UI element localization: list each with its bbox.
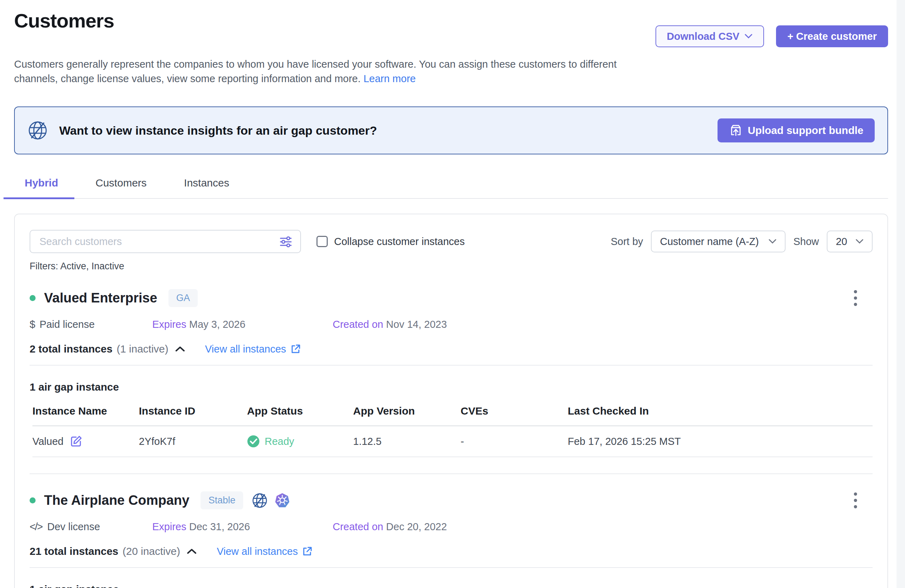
sort-by-value: Customer name (A-Z)	[660, 236, 759, 248]
page-header: Customers Download CSV + Create customer	[14, 9, 897, 47]
external-link-icon	[291, 344, 301, 354]
app-status-cell: Ready	[247, 435, 353, 448]
active-status-dot	[30, 497, 36, 504]
instances-table-body: Valued 2YfoK7f Ready 1.12.5	[32, 426, 873, 457]
instance-id-cell: 2YfoK7f	[139, 436, 247, 447]
learn-more-link[interactable]: Learn more	[364, 73, 416, 84]
created-pair: Created on Nov 14, 2023	[333, 319, 513, 330]
controls-row: Collapse customer instances Sort by Cust…	[30, 230, 873, 253]
license-type: </> Dev license	[30, 521, 152, 532]
expires-pair: Expires Dec 31, 2026	[152, 521, 333, 532]
col-cves: CVEs	[460, 405, 568, 426]
last-checked-in-cell: Feb 17, 2026 15:25 MST	[568, 436, 873, 447]
search-wrap	[30, 230, 301, 253]
created-on-label: Created on	[333, 319, 383, 330]
right-gutter	[897, 0, 905, 588]
col-app-status: App Status	[247, 405, 353, 426]
customer-card-valued-enterprise: Valued Enterprise GA $ Paid license Expi…	[30, 272, 873, 474]
upload-support-bundle-button[interactable]: Upload support bundle	[718, 118, 875, 142]
expires-pair: Expires May 3, 2026	[152, 319, 333, 330]
search-input[interactable]	[30, 230, 301, 253]
tab-instances[interactable]: Instances	[173, 177, 240, 198]
col-instance-name: Instance Name	[32, 405, 139, 426]
external-link-icon	[302, 546, 313, 557]
customer-kebab-menu[interactable]	[852, 288, 859, 308]
license-type-label: Paid license	[40, 319, 94, 330]
customer-header: Valued Enterprise GA	[30, 288, 873, 308]
expires-value: Dec 31, 2026	[189, 521, 250, 532]
license-type: $ Paid license	[30, 319, 152, 330]
view-all-instances-label: View all instances	[205, 343, 286, 355]
collapse-instances-checkbox-wrap[interactable]: Collapse customer instances	[316, 236, 465, 248]
airgap-instances-heading: 1 air gap instance	[30, 381, 873, 393]
active-status-dot	[30, 295, 36, 301]
license-type-label: Dev license	[47, 521, 100, 532]
airgap-instances-heading: 1 air gap instance	[30, 583, 873, 588]
expires-label: Expires	[152, 521, 186, 532]
sort-controls: Sort by Customer name (A-Z) Show 20	[611, 230, 873, 253]
page-description: Customers generally represent the compan…	[14, 57, 648, 86]
edit-icon[interactable]	[70, 435, 83, 448]
inactive-instances-text: (20 inactive)	[123, 545, 180, 557]
app-status-text: Ready	[265, 436, 294, 447]
created-on-value: Dec 20, 2022	[386, 521, 447, 532]
instances-table: Instance Name Instance ID App Status App…	[30, 405, 873, 457]
chevron-up-icon[interactable]	[186, 548, 197, 555]
instances-summary-row: 2 total instances (1 inactive) View all …	[30, 343, 873, 355]
app-version-cell: 1.12.5	[353, 436, 460, 447]
col-app-version: App Version	[353, 405, 460, 426]
sort-by-select[interactable]: Customer name (A-Z)	[651, 230, 786, 253]
show-select[interactable]: 20	[827, 230, 873, 253]
page-description-text: Customers generally represent the compan…	[14, 59, 617, 84]
collapse-instances-checkbox[interactable]	[316, 236, 328, 247]
chevron-down-icon	[768, 239, 776, 244]
view-all-instances-link[interactable]: View all instances	[217, 546, 313, 557]
instance-name: Valued	[32, 436, 64, 447]
divider	[30, 365, 873, 366]
view-all-instances-label: View all instances	[217, 546, 298, 557]
filter-sliders-icon[interactable]	[279, 235, 292, 248]
check-circle-icon	[247, 435, 260, 448]
view-all-instances-link[interactable]: View all instances	[205, 343, 301, 355]
dev-license-icon: </>	[30, 521, 42, 532]
sort-by-label: Sort by	[611, 236, 643, 248]
customer-header: The Airplane Company Stable	[30, 490, 873, 510]
download-csv-button[interactable]: Download CSV	[656, 25, 764, 47]
kubernetes-icon	[274, 493, 291, 509]
create-customer-label: + Create customer	[787, 31, 877, 42]
download-csv-label: Download CSV	[667, 31, 739, 42]
chevron-down-icon	[856, 239, 864, 244]
airgap-banner-title: Want to view instance insights for an ai…	[59, 124, 377, 137]
tab-customers[interactable]: Customers	[85, 177, 157, 198]
expires-label: Expires	[152, 319, 186, 330]
table-row: Valued 2YfoK7f Ready 1.12.5	[32, 426, 873, 457]
customers-page: Customers Download CSV + Create customer…	[0, 0, 897, 588]
total-instances-text: 21 total instances	[30, 545, 118, 557]
customer-name[interactable]: Valued Enterprise	[44, 291, 157, 306]
airgap-globe-icon	[252, 493, 268, 509]
expires-value: May 3, 2026	[189, 319, 246, 330]
channel-badge: GA	[168, 289, 198, 307]
customer-meta-row: $ Paid license Expires May 3, 2026 Creat…	[30, 319, 873, 330]
instance-name-cell: Valued	[32, 435, 139, 448]
customer-meta-row: </> Dev license Expires Dec 31, 2026 Cre…	[30, 521, 873, 532]
tab-hybrid[interactable]: Hybrid	[14, 177, 69, 198]
col-last-checked-in: Last Checked In	[568, 405, 873, 426]
divider	[30, 567, 873, 568]
paid-license-icon: $	[30, 319, 35, 330]
chevron-up-icon[interactable]	[175, 345, 185, 353]
created-on-value: Nov 14, 2023	[386, 319, 447, 330]
customer-name[interactable]: The Airplane Company	[44, 493, 189, 508]
total-instances-text: 2 total instances	[30, 343, 113, 355]
instances-table-header: Instance Name Instance ID App Status App…	[32, 405, 873, 426]
created-pair: Created on Dec 20, 2022	[333, 521, 513, 532]
channel-badge: Stable	[200, 491, 243, 509]
create-customer-button[interactable]: + Create customer	[776, 25, 888, 47]
instances-summary-row: 21 total instances (20 inactive) View al…	[30, 545, 873, 557]
tab-bar: Hybrid Customers Instances	[14, 177, 888, 199]
customer-kebab-menu[interactable]	[852, 490, 859, 510]
page-title: Customers	[14, 9, 114, 32]
cves-cell: -	[460, 436, 568, 447]
show-value: 20	[836, 236, 847, 248]
customers-card: Collapse customer instances Sort by Cust…	[14, 214, 888, 588]
